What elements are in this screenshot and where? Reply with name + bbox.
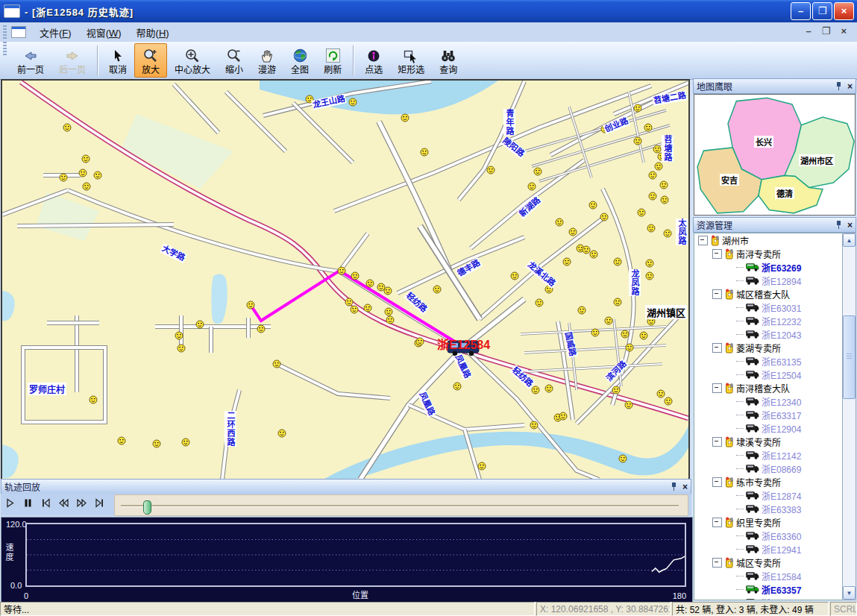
toolbar-grip[interactable]: [3, 42, 7, 55]
tree-vehicle-item[interactable]: 浙E63383: [694, 502, 843, 515]
toolbar-separator: [97, 45, 98, 75]
scrollbar-thumb[interactable]: [843, 315, 856, 399]
tree-group-item[interactable]: 练市专卖所: [694, 475, 843, 488]
playback-pause-button[interactable]: [19, 496, 37, 513]
toolbar-button-globe[interactable]: 全图: [283, 43, 316, 78]
tree-collapse-icon[interactable]: [712, 558, 722, 568]
poi-smiley-marker: [338, 267, 345, 274]
tree-vehicle-item[interactable]: 浙E08669: [694, 462, 843, 475]
pin-icon[interactable]: [835, 82, 842, 90]
tree-collapse-icon[interactable]: [712, 383, 722, 393]
toolbar-button-arrow-forward[interactable]: 后一页: [51, 43, 93, 78]
close-icon[interactable]: ×: [682, 482, 688, 492]
poi-smiley-marker: [351, 272, 359, 280]
tree-vehicle-item[interactable]: 浙E12904: [694, 421, 843, 435]
tree-vehicle-item[interactable]: 浙E12043: [694, 327, 843, 341]
toolbar-button-binoculars[interactable]: 查询: [432, 43, 465, 78]
mdi-window-icon[interactable]: [11, 26, 26, 38]
mdi-minimize-button[interactable]: –: [806, 25, 812, 37]
tree-vehicle-item[interactable]: 浙E09387: [694, 596, 843, 600]
tree-collapse-icon[interactable]: [712, 249, 722, 259]
scroll-up-icon[interactable]: ▲: [843, 233, 856, 247]
toolbar-button-zoom-in[interactable]: 放大: [134, 43, 167, 78]
toolbar-button-refresh[interactable]: 刷新: [316, 43, 349, 78]
vehicle-tree: 湖州市南浔专卖所浙E63269浙E12894城区稽查大队浙E63031浙E122…: [694, 233, 843, 600]
tree-group-item[interactable]: 南浔稽查大队: [694, 381, 843, 395]
map-canvas[interactable]: 龙王山路青年路陵阳路创业路苕塘二路苕塘路新湖路大学路德丰路龙溪北路轻纺路轻纺路龙…: [1, 79, 690, 481]
tree-vehicle-item[interactable]: 浙E12874: [694, 488, 843, 502]
playback-rewind-button[interactable]: [55, 496, 72, 513]
tree-item-label: 浙E08669: [762, 462, 801, 475]
tree-group-item[interactable]: 织里专卖所: [694, 515, 843, 529]
tree-collapse-icon[interactable]: [712, 437, 722, 447]
tree-vehicle-item[interactable]: 浙E12894: [694, 274, 843, 287]
tree-collapse-icon[interactable]: [712, 518, 722, 527]
organization-icon: [724, 557, 734, 568]
zoom-out-icon: [226, 47, 242, 65]
playback-step-start-button[interactable]: [37, 496, 54, 513]
poi-smiley-marker: [634, 104, 641, 112]
minimize-button[interactable]: –: [791, 2, 811, 20]
poi-smiley-marker: [182, 439, 189, 446]
playback-fast-forward-button[interactable]: [73, 496, 90, 513]
tree-group-item[interactable]: 湖州市: [694, 233, 843, 247]
tree-vehicle-item[interactable]: 浙E63357: [694, 582, 843, 596]
pin-icon[interactable]: [671, 483, 677, 491]
scroll-down-icon[interactable]: ▼: [843, 586, 856, 600]
tree-vehicle-item[interactable]: 浙E12504: [694, 368, 843, 381]
toolbar-button-info[interactable]: 点选: [357, 43, 390, 78]
poi-smiley-marker: [94, 172, 101, 179]
playback-step-end-button[interactable]: [91, 496, 108, 513]
tree-collapse-icon[interactable]: [698, 236, 708, 245]
tree-vehicle-item[interactable]: 浙E63317: [694, 408, 843, 421]
tree-vehicle-item[interactable]: 浙E63135: [694, 354, 843, 368]
tree-scrollbar[interactable]: ▲ ▼: [842, 233, 856, 600]
toolbar-grip[interactable]: [3, 25, 7, 39]
pin-icon[interactable]: [835, 221, 842, 229]
tree-group-item[interactable]: 南浔专卖所: [694, 247, 843, 260]
playback-play-button[interactable]: [1, 496, 19, 513]
close-icon[interactable]: ×: [847, 220, 853, 230]
eagle-region-label: 长兴: [754, 136, 773, 148]
mdi-restore-button[interactable]: ❐: [822, 25, 831, 37]
tree-group-item[interactable]: 城区专卖所: [694, 556, 843, 569]
truck-offline-icon: [746, 598, 759, 600]
toolbar-button-hand[interactable]: 漫游: [251, 43, 283, 78]
tree-vehicle-item[interactable]: 浙E12941: [694, 542, 843, 556]
tree-vehicle-item[interactable]: 浙E12142: [694, 448, 843, 462]
toolbar-button-rect-select[interactable]: 矩形选: [390, 43, 432, 78]
slider-track[interactable]: [121, 505, 679, 506]
toolbar-button-zoom-out[interactable]: 缩小: [218, 43, 251, 78]
tree-collapse-icon[interactable]: [712, 343, 722, 353]
tree-item-label: 浙E63269: [762, 261, 801, 274]
eagle-eye-map[interactable]: 长兴湖州市区安吉德清: [694, 94, 856, 216]
poi-smiley-marker: [578, 307, 586, 314]
restore-button[interactable]: ❐: [812, 2, 832, 20]
poi-smiley-marker: [638, 209, 645, 216]
menu-item-1[interactable]: 视窗(W): [79, 23, 129, 42]
slider-thumb[interactable]: [143, 500, 151, 515]
close-button[interactable]: ×: [834, 2, 854, 20]
menu-item-0[interactable]: 文件(F): [32, 23, 79, 42]
organization-icon: [724, 383, 734, 394]
tree-group-item[interactable]: 菱湖专卖所: [694, 341, 843, 354]
toolbar-button-cursor[interactable]: 取消: [101, 43, 134, 78]
tree-item-label: 浙E63360: [762, 529, 801, 542]
toolbar-button-arrow-back[interactable]: 前一页: [10, 43, 51, 78]
menu-item-2[interactable]: 帮助(H): [129, 23, 177, 42]
mdi-close-button[interactable]: ×: [841, 25, 847, 37]
toolbar-button-label: 全图: [291, 65, 309, 75]
tree-vehicle-item[interactable]: 浙E63360: [694, 529, 843, 542]
playback-slider[interactable]: [114, 494, 688, 516]
tree-vehicle-item[interactable]: 浙E63031: [694, 301, 843, 314]
tree-collapse-icon[interactable]: [712, 289, 722, 299]
tree-group-item[interactable]: 城区稽查大队: [694, 287, 843, 301]
close-icon[interactable]: ×: [847, 81, 853, 92]
toolbar-button-zoom-center[interactable]: 中心放大: [167, 43, 218, 78]
tree-collapse-icon[interactable]: [712, 477, 722, 487]
tree-vehicle-item[interactable]: 浙E12340: [694, 395, 843, 408]
tree-vehicle-item[interactable]: 浙E12232: [694, 314, 843, 327]
tree-vehicle-item[interactable]: 浙E12584: [694, 569, 843, 582]
tree-group-item[interactable]: 埭溪专卖所: [694, 435, 843, 448]
tree-vehicle-item[interactable]: 浙E63269: [694, 260, 843, 274]
